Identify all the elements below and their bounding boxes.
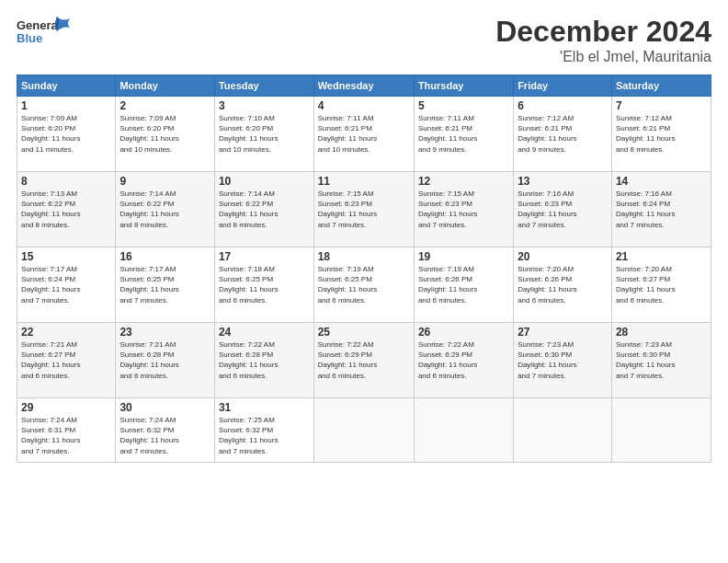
table-row: 6Sunrise: 7:12 AMSunset: 6:21 PMDaylight… [514,97,612,172]
col-wednesday: Wednesday [313,75,414,97]
table-row [414,398,513,463]
header: General Blue December 2024 'Elb el Jmel,… [17,15,711,65]
col-tuesday: Tuesday [214,75,313,97]
table-row: 26Sunrise: 7:22 AMSunset: 6:29 PMDayligh… [414,323,513,398]
table-row: 11Sunrise: 7:15 AMSunset: 6:23 PMDayligh… [313,172,414,247]
col-monday: Monday [116,75,215,97]
table-row: 30Sunrise: 7:24 AMSunset: 6:32 PMDayligh… [116,398,215,463]
table-row: 9Sunrise: 7:14 AMSunset: 6:22 PMDaylight… [116,172,215,247]
table-row: 21Sunrise: 7:20 AMSunset: 6:27 PMDayligh… [611,247,711,323]
table-row: 1Sunrise: 7:09 AMSunset: 6:20 PMDaylight… [17,97,116,172]
table-row: 7Sunrise: 7:12 AMSunset: 6:21 PMDaylight… [611,97,711,172]
table-row: 14Sunrise: 7:16 AMSunset: 6:24 PMDayligh… [611,172,711,247]
title-block: December 2024 'Elb el Jmel, Mauritania [495,15,711,65]
table-row: 24Sunrise: 7:22 AMSunset: 6:28 PMDayligh… [214,323,313,398]
table-row: 27Sunrise: 7:23 AMSunset: 6:30 PMDayligh… [514,323,612,398]
month-title: December 2024 [495,15,711,49]
table-row: 13Sunrise: 7:16 AMSunset: 6:23 PMDayligh… [514,172,612,247]
calendar-header-row: Sunday Monday Tuesday Wednesday Thursday… [17,75,711,97]
table-row: 2Sunrise: 7:09 AMSunset: 6:20 PMDaylight… [116,97,215,172]
table-row: 22Sunrise: 7:21 AMSunset: 6:27 PMDayligh… [17,323,116,398]
table-row: 31Sunrise: 7:25 AMSunset: 6:32 PMDayligh… [214,398,313,463]
col-saturday: Saturday [611,75,711,97]
location-title: 'Elb el Jmel, Mauritania [495,49,711,65]
col-friday: Friday [514,75,612,97]
table-row: 19Sunrise: 7:19 AMSunset: 6:26 PMDayligh… [414,247,513,323]
table-row: 28Sunrise: 7:23 AMSunset: 6:30 PMDayligh… [611,323,711,398]
table-row: 16Sunrise: 7:17 AMSunset: 6:25 PMDayligh… [116,247,215,323]
calendar-page: General Blue December 2024 'Elb el Jmel,… [0,0,728,563]
table-row: 15Sunrise: 7:17 AMSunset: 6:24 PMDayligh… [17,247,116,323]
svg-text:Blue: Blue [17,31,42,45]
col-sunday: Sunday [17,75,116,97]
calendar-table: Sunday Monday Tuesday Wednesday Thursday… [17,75,711,463]
table-row [313,398,414,463]
table-row: 4Sunrise: 7:11 AMSunset: 6:21 PMDaylight… [313,97,414,172]
logo: General Blue [17,15,75,53]
table-row [514,398,612,463]
table-row: 8Sunrise: 7:13 AMSunset: 6:22 PMDaylight… [17,172,116,247]
logo-bird-icon: General Blue [17,15,72,53]
table-row: 17Sunrise: 7:18 AMSunset: 6:25 PMDayligh… [214,247,313,323]
col-thursday: Thursday [414,75,513,97]
table-row: 12Sunrise: 7:15 AMSunset: 6:23 PMDayligh… [414,172,513,247]
table-row: 18Sunrise: 7:19 AMSunset: 6:25 PMDayligh… [313,247,414,323]
table-row: 10Sunrise: 7:14 AMSunset: 6:22 PMDayligh… [214,172,313,247]
table-row [611,398,711,463]
table-row: 29Sunrise: 7:24 AMSunset: 6:31 PMDayligh… [17,398,116,463]
table-row: 25Sunrise: 7:22 AMSunset: 6:29 PMDayligh… [313,323,414,398]
table-row: 5Sunrise: 7:11 AMSunset: 6:21 PMDaylight… [414,97,513,172]
svg-text:General: General [17,18,61,32]
table-row: 20Sunrise: 7:20 AMSunset: 6:26 PMDayligh… [514,247,612,323]
table-row: 23Sunrise: 7:21 AMSunset: 6:28 PMDayligh… [116,323,215,398]
table-row: 3Sunrise: 7:10 AMSunset: 6:20 PMDaylight… [214,97,313,172]
